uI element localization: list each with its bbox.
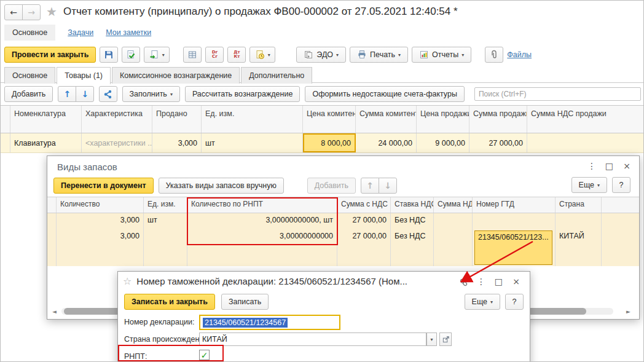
column-header-country[interactable]: Страна <box>556 197 602 213</box>
row-selector-cell[interactable] <box>1 133 10 152</box>
column-header-quantity[interactable]: Количество <box>57 197 144 213</box>
cell-sum-with-vat[interactable]: 27 000,00 <box>337 213 391 229</box>
save-button[interactable] <box>100 47 118 63</box>
move-down-button[interactable]: ↓ <box>76 86 94 102</box>
post-document-button[interactable] <box>122 47 140 63</box>
stock-more-button[interactable]: Еще ▾ <box>571 177 607 193</box>
stock-help-button[interactable]: ? <box>612 177 630 193</box>
back-button[interactable]: ← <box>4 4 23 20</box>
cell-gtd-number-selected[interactable]: 21345/060521/123... <box>473 229 556 266</box>
maximize-icon[interactable]: □ <box>495 277 503 286</box>
dtkt-movements-button[interactable]: ДтКт <box>227 47 246 63</box>
cell-quantity[interactable]: 3,000 <box>57 229 144 266</box>
row-selector-cell[interactable] <box>47 229 57 266</box>
link-icon[interactable] <box>459 278 468 287</box>
print-button[interactable]: Печать ▾ <box>350 47 408 63</box>
cell-unit[interactable] <box>144 229 187 266</box>
close-icon[interactable]: × <box>512 277 520 286</box>
calculate-fee-button[interactable]: Рассчитать вознаграждение <box>185 86 300 102</box>
country-open-button[interactable] <box>439 332 452 346</box>
cell-sale-sum[interactable]: 27 000,00 <box>469 133 527 152</box>
cell-unit[interactable]: шт <box>202 133 303 152</box>
cell-rnpt-quantity[interactable]: 3,00000000000, шт <box>187 213 337 229</box>
scroll-right-icon[interactable]: ► <box>626 309 630 315</box>
row-selector-cell[interactable] <box>47 213 57 229</box>
fill-button[interactable]: Заполнить ▾ <box>122 86 180 102</box>
cell-country[interactable]: КИТАЙ <box>556 229 602 266</box>
column-header-sale-sum[interactable]: Сумма продажи <box>469 106 527 133</box>
save-and-close-button[interactable]: Записать и закрыть <box>124 294 215 310</box>
menu-dots-icon[interactable]: ⋮ <box>477 277 485 286</box>
column-header-unit[interactable]: Ед. изм. <box>144 197 187 213</box>
show-stock-types-button[interactable] <box>99 86 117 102</box>
declaration-number-input[interactable]: 21345/060521/1234567 <box>199 315 340 330</box>
cell-vat-sum[interactable] <box>434 229 473 266</box>
nav-tab-notes[interactable]: Мои заметки <box>106 28 151 37</box>
gtd-number-editor[interactable]: 21345/060521/123... <box>474 230 552 265</box>
save-button[interactable]: Записать <box>221 294 269 310</box>
add-row-button[interactable]: Добавить <box>4 86 53 102</box>
cell-committent-price-selected[interactable]: 8 000,00 <box>303 133 356 152</box>
cell-sale-vat-sum[interactable] <box>527 133 644 152</box>
cell-unit[interactable]: шт <box>144 213 187 229</box>
search-input[interactable] <box>474 87 641 101</box>
products-table-row[interactable]: Клавиатура <характеристики ... 3,000 шт … <box>1 133 644 153</box>
favorite-outline-icon[interactable]: ☆ <box>123 277 132 286</box>
country-input[interactable]: КИТАЙ <box>199 332 426 346</box>
favorite-icon[interactable]: ★ <box>46 6 57 18</box>
manual-stock-types-button[interactable]: Указать виды запасов вручную <box>159 178 284 194</box>
column-header-nomenclature[interactable]: Номенклатура <box>10 106 82 133</box>
cell-characteristic[interactable]: <характеристики ... <box>82 133 152 152</box>
tab-commission[interactable]: Комиссионное вознаграждение <box>112 67 240 84</box>
reports-button[interactable]: Отчеты ▾ <box>412 47 471 63</box>
tab-additional[interactable]: Дополнительно <box>241 67 312 84</box>
nav-tab-tasks[interactable]: Задачи <box>68 28 93 37</box>
column-header-vat-sum[interactable]: Сумма НДС <box>434 197 473 213</box>
menu-dots-icon[interactable]: ⋮ <box>587 161 596 171</box>
stock-move-up-button[interactable]: ↑ <box>361 178 379 194</box>
register-records-button[interactable] <box>183 47 202 63</box>
maximize-icon[interactable]: □ <box>605 161 613 171</box>
cell-committent-sum[interactable]: 24 000,00 <box>356 133 417 152</box>
cell-rnpt-quantity[interactable]: 3,00000000000 <box>187 229 337 266</box>
column-header-committent-price[interactable]: Цена комитента <box>303 106 356 133</box>
move-up-button[interactable]: ↑ <box>58 86 76 102</box>
declaration-help-button[interactable]: ? <box>505 294 524 310</box>
edo-button[interactable]: ЭДО ▾ <box>296 47 346 63</box>
scroll-left-icon[interactable]: ◄ <box>52 309 57 315</box>
cell-quantity[interactable]: 3,000 <box>57 213 144 229</box>
column-header-vat-rate[interactable]: Ставка НДС <box>391 197 434 213</box>
column-header-sale-price[interactable]: Цена продажи <box>417 106 469 133</box>
cell-sale-price[interactable]: 9 000,00 <box>417 133 469 152</box>
close-icon[interactable]: × <box>623 161 630 171</box>
cell-gtd-number[interactable] <box>473 213 556 229</box>
add-stock-row-button[interactable]: Добавить <box>307 178 356 194</box>
post-and-close-button[interactable]: Провести и закрыть <box>4 47 96 63</box>
column-header-unit[interactable]: Ед. изм. <box>202 106 303 133</box>
column-header-sum-with-vat[interactable]: Сумма с НДС <box>337 197 391 213</box>
cell-vat-rate[interactable]: Без НДС <box>391 213 434 229</box>
tab-main[interactable]: Основное <box>4 67 55 84</box>
files-link[interactable]: Файлы <box>507 50 532 59</box>
column-header-rnpt-quantity[interactable]: Количество по РНПТ <box>187 197 337 213</box>
column-header-sale-vat-sum[interactable]: Сумма НДС продажи <box>527 106 644 133</box>
column-header-characteristic[interactable]: Характеристика <box>82 106 152 133</box>
declaration-more-button[interactable]: Еще ▾ <box>465 294 500 310</box>
column-header-gtd-number[interactable]: Номер ГТД <box>473 197 556 213</box>
tab-goods[interactable]: Товары (1) <box>57 67 111 84</box>
schedule-document-button[interactable]: ▾ <box>249 47 275 63</box>
create-based-on-button[interactable]: ▾ <box>144 47 170 63</box>
transfer-to-document-button[interactable]: Перенести в документ <box>53 178 154 194</box>
rnpt-checkbox[interactable]: ✓ <box>199 350 210 360</box>
country-dropdown-button[interactable]: ▾ <box>426 332 437 346</box>
column-header-committent-sum[interactable]: Сумма комитента <box>356 106 417 133</box>
cell-sold[interactable]: 3,000 <box>152 133 202 152</box>
stock-table-row[interactable]: 3,000 шт 3,00000000000, шт 27 000,00 Без… <box>47 213 639 229</box>
stock-table-row-selected[interactable]: 3,000 3,00000000000 27 000,00 Без НДС 21… <box>47 229 639 266</box>
drcr-movements-button[interactable]: DrCr <box>205 47 224 63</box>
nav-tab-main[interactable]: Основное <box>4 25 55 41</box>
column-header-sold[interactable]: Продано <box>152 106 202 133</box>
issue-invoices-button[interactable]: Оформить недостающие счета-фактуры <box>305 86 465 102</box>
cell-country[interactable] <box>556 213 602 229</box>
forward-button[interactable]: → <box>22 4 41 20</box>
